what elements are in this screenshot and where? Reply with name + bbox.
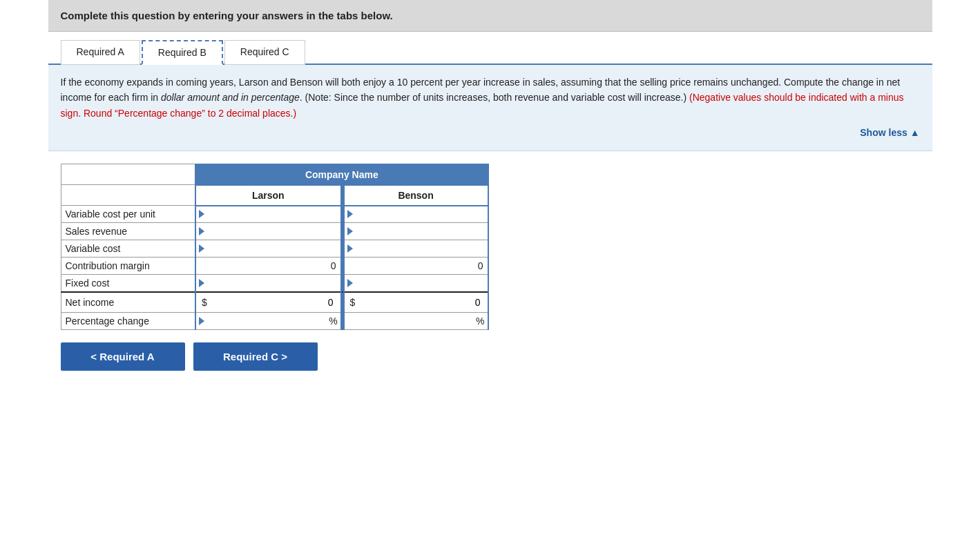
larson-header: Larson [195,185,341,206]
larson-tri-variable-cost [199,244,204,253]
benson-tri-sales-revenue [347,227,353,235]
larson-input-fixed-cost[interactable] [206,278,338,289]
larson-cell-fixed-cost[interactable] [195,275,341,293]
benson-input-percentage-change[interactable] [347,316,474,327]
benson-input-variable-cost[interactable] [355,243,485,254]
larson-tri-fixed-cost [199,279,204,287]
table-row-net-income: Net income$$ [61,292,488,313]
table-area: Company Name Larson Benson Variable cost… [48,151,932,384]
empty-header [61,164,195,185]
label-net-income: Net income [61,292,195,313]
benson-cell-contribution-margin: 0 [344,258,488,275]
label-variable-cost-per-unit: Variable cost per unit [61,206,195,223]
larson-cell-variable-cost-per-unit[interactable] [195,206,341,223]
info-text-1: If the economy expands in coming years, … [61,77,904,119]
table-row-fixed-cost: Fixed cost [61,275,488,293]
main-table: Company Name Larson Benson Variable cost… [61,164,489,331]
benson-pct-suffix-percentage-change: % [476,316,484,327]
benson-cell-variable-cost[interactable] [344,240,488,258]
show-less-button[interactable]: Show less ▲ [61,125,920,140]
tab-required-b[interactable]: Required B [142,40,223,65]
next-button[interactable]: Required C > [193,342,318,371]
table-header-row-1: Company Name [61,164,488,185]
benson-input-variable-cost-per-unit[interactable] [355,208,485,220]
label-variable-cost: Variable cost [61,240,195,258]
company-name-header: Company Name [195,164,488,185]
larson-tri-sales-revenue [199,227,204,235]
table-row-contribution-margin: Contribution margin00 [61,258,488,275]
table-header-row-2: Larson Benson [61,185,488,206]
table-row-variable-cost-per-unit: Variable cost per unit [61,206,488,223]
benson-cell-sales-revenue[interactable] [344,223,488,240]
label-contribution-margin: Contribution margin [61,258,195,275]
label-sales-revenue: Sales revenue [61,223,195,240]
benson-input-net-income[interactable] [358,295,481,309]
benson-cell-variable-cost-per-unit[interactable] [344,206,488,223]
table-row-variable-cost: Variable cost [61,240,488,258]
larson-input-net-income[interactable] [210,295,335,309]
larson-cell-sales-revenue[interactable] [195,223,341,240]
benson-dollar-prefix-net-income: $ [350,297,356,308]
larson-dollar-prefix-net-income: $ [202,297,207,308]
larson-input-percentage-change[interactable] [206,316,327,327]
info-box: If the economy expands in coming years, … [48,65,932,151]
larson-input-variable-cost[interactable] [206,243,338,254]
table-row-percentage-change: Percentage change%% [61,313,488,330]
benson-input-sales-revenue[interactable] [355,226,485,237]
tab-required-a[interactable]: Required A [61,40,140,65]
larson-tri-variable-cost-per-unit [199,210,204,218]
table-row-sales-revenue: Sales revenue [61,223,488,240]
label-fixed-cost: Fixed cost [61,275,195,293]
benson-tri-variable-cost [347,244,353,253]
tabs-container: Required A Required B Required C [48,32,932,65]
label-percentage-change: Percentage change [61,313,195,330]
larson-cell-percentage-change[interactable]: % [195,313,341,330]
empty-subheader [61,185,195,206]
table-body: Variable cost per unitSales revenueVaria… [61,206,488,330]
larson-cell-contribution-margin: 0 [195,258,341,275]
larson-input-variable-cost-per-unit[interactable] [206,208,338,220]
benson-tri-variable-cost-per-unit [347,210,353,218]
larson-input-sales-revenue[interactable] [206,226,338,237]
benson-input-fixed-cost[interactable] [355,278,485,289]
header-instruction: Complete this question by entering your … [61,10,393,21]
info-italic: dollar amount and in percentage [161,92,300,103]
larson-pct-suffix-percentage-change: % [329,316,337,327]
page-header: Complete this question by entering your … [48,0,932,32]
tab-required-c[interactable]: Required C [224,40,305,65]
larson-cell-net-income[interactable]: $ [195,292,341,313]
larson-tri-percentage-change [199,317,204,325]
benson-cell-net-income[interactable]: $ [344,292,488,313]
benson-tri-fixed-cost [347,279,353,287]
larson-cell-variable-cost[interactable] [195,240,341,258]
benson-header: Benson [344,185,488,206]
benson-cell-percentage-change[interactable]: % [344,313,488,330]
benson-cell-fixed-cost[interactable] [344,275,488,293]
prev-button[interactable]: < Required A [61,342,185,371]
buttons-row: < Required A Required C > [61,342,920,371]
